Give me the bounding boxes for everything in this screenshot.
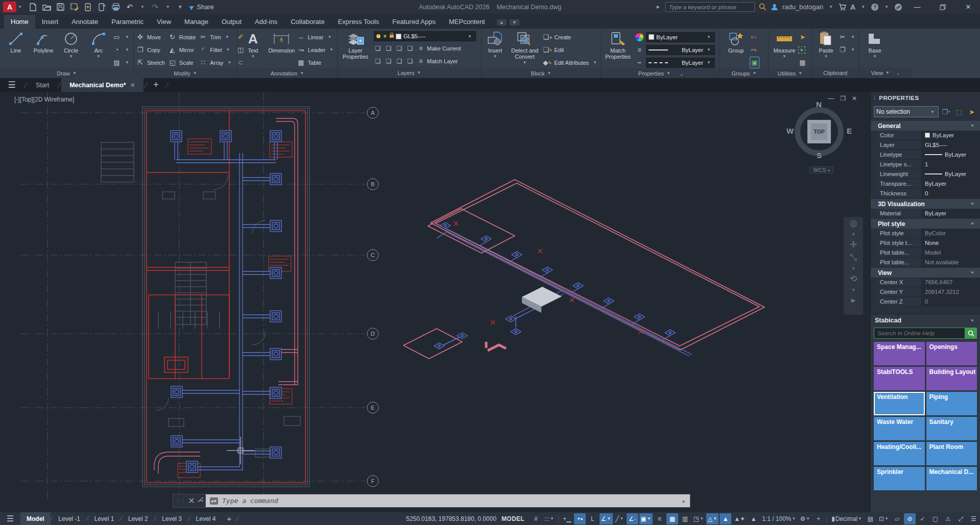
annotation-autoscale-toggle[interactable]: ▲✦	[732, 513, 747, 524]
viewcube-top-face[interactable]: TOP	[807, 120, 831, 143]
graphics-performance-toggle[interactable]: ⊘	[904, 513, 916, 524]
circle-button[interactable]: Circle ▼	[57, 30, 85, 59]
stabicad-button-piping[interactable]: Piping	[926, 392, 977, 415]
property-value[interactable]: 1	[922, 160, 980, 169]
measure-caret-icon[interactable]: ▼	[782, 54, 786, 59]
stabicad-button-building-layout[interactable]: Building Layout	[926, 367, 977, 390]
select-objects-icon[interactable]: ⬚	[954, 107, 964, 117]
user-avatar-icon[interactable]	[771, 3, 778, 11]
section-collapse-icon[interactable]: ▼	[970, 123, 974, 128]
customization-toggle[interactable]: +	[812, 513, 824, 524]
object-snap-toggle[interactable]: ▣▼	[639, 513, 653, 524]
showmotion-icon[interactable]: ▸	[851, 296, 856, 305]
annotation-visibility-toggle[interactable]: ▲	[720, 513, 731, 524]
command-grip-icon[interactable]: ⋮⋮	[175, 498, 186, 504]
property-value[interactable]: 7656.6407	[922, 278, 980, 287]
close-button[interactable]: ✕	[958, 0, 979, 14]
file-tabs-menu-icon[interactable]: ☰	[0, 78, 23, 92]
redo-caret-icon[interactable]: ▼	[166, 5, 170, 9]
property-value[interactable]: ByColor	[922, 229, 980, 238]
undo-button[interactable]: ↶	[125, 3, 134, 12]
ribbon-tab-insert[interactable]: Insert	[35, 15, 65, 29]
hatch-caret-icon[interactable]: ▼	[125, 60, 129, 65]
layout-tab-level-3[interactable]: Level 3	[156, 512, 188, 525]
app-menu-caret-icon[interactable]: ▼	[18, 5, 22, 9]
measure-button[interactable]: Measure ▼	[771, 30, 798, 59]
view-panel-label[interactable]: View▼⌄	[859, 67, 912, 78]
view-panel-expand-icon[interactable]: ⌄	[896, 70, 900, 76]
autodesk-menu-icon[interactable]: A	[850, 3, 855, 11]
clipboard-panel-label[interactable]: Clipboard	[812, 67, 858, 78]
section-collapse-icon[interactable]: ▼	[970, 202, 974, 206]
ribbon-tab-view[interactable]: View	[150, 15, 178, 29]
autodesk-menu-caret-icon[interactable]: ▼	[861, 5, 865, 9]
search-icon[interactable]	[759, 3, 767, 11]
qat-customize-caret-icon[interactable]: ▼	[178, 4, 183, 10]
property-value[interactable]: ByLayer	[922, 169, 980, 179]
clean-screen-toggle[interactable]: ⤢	[955, 513, 967, 524]
stabicad-button-waste-water[interactable]: Waste Water	[874, 417, 925, 440]
viewport-minimize-icon[interactable]: —	[828, 95, 834, 102]
dynamic-input-toggle[interactable]: +▁	[561, 513, 573, 524]
section-header-3d-visualization[interactable]: 3D Visualization▼	[871, 198, 980, 209]
ribbon-tab-parametric[interactable]: Parametric	[105, 15, 150, 29]
property-value[interactable]: GL$5----	[922, 140, 980, 149]
ribbon-tab-express-tools[interactable]: Express Tools	[331, 15, 386, 29]
standards-check-toggle[interactable]: ✓	[917, 513, 928, 524]
linear-button[interactable]: ↔Linear▼	[297, 31, 335, 43]
command-history-icon[interactable]: ▲	[681, 498, 686, 504]
ortho-mode-toggle[interactable]: L	[587, 513, 599, 524]
groups-panel-label[interactable]: Groups▼	[720, 68, 768, 78]
utilities-panel-label[interactable]: Utilities▼	[769, 68, 811, 78]
layer-thaw-all-icon[interactable]: ❏	[385, 58, 393, 65]
user-menu-caret-icon[interactable]: ▼	[829, 5, 833, 9]
section-collapse-icon[interactable]: ▼	[970, 221, 974, 226]
paste-button[interactable]: Paste ▼	[814, 30, 838, 59]
zoom-extents-icon[interactable]: ⤡	[850, 253, 857, 262]
isometric-drafting-toggle[interactable]: ╱▼	[614, 513, 626, 524]
new-tab-button[interactable]: +	[148, 78, 165, 92]
save-button[interactable]	[56, 3, 65, 12]
section-header-general[interactable]: General▼	[871, 120, 980, 131]
line-button[interactable]: Line	[2, 30, 30, 54]
copy-button[interactable]: ❐Copy	[136, 44, 165, 56]
command-input[interactable]: ▸▾ Type a command ▲	[205, 494, 690, 508]
trim-button[interactable]: ✂Trim▼	[199, 31, 233, 43]
layer-off-icon[interactable]: ❏	[374, 45, 382, 52]
minimize-button[interactable]: —	[906, 0, 928, 14]
wcs-menu[interactable]: WCS ▾	[809, 166, 833, 173]
snap-tracking-toggle[interactable]: +▪	[574, 513, 586, 524]
stabicad-button-mechanical-d-[interactable]: Mechanical D...	[926, 467, 977, 490]
layer-freeze-icon[interactable]: ❏	[395, 45, 403, 52]
linetype-combo[interactable]: ByLayer ▼	[646, 58, 715, 68]
viewport-restore-icon[interactable]: ❐	[840, 95, 846, 102]
viewcube-west[interactable]: W	[786, 127, 794, 135]
share-button[interactable]: ➤ Share	[188, 3, 214, 11]
array-button[interactable]: ∷Array▼	[199, 57, 233, 68]
stabicad-search-input[interactable]	[874, 328, 965, 339]
orbit-caret-icon[interactable]: ▾	[852, 287, 855, 292]
circle-caret-icon[interactable]: ▼	[69, 54, 73, 59]
quick-select-icon[interactable]: ➤	[798, 33, 807, 41]
insert-button[interactable]: Insert ▼	[484, 30, 507, 59]
command-prompt-icon[interactable]: ▸▾	[210, 497, 218, 505]
layout-tab-level-1[interactable]: Level -1	[52, 512, 86, 525]
select-similar-icon[interactable]: ➤	[798, 46, 805, 54]
model-space-drawing[interactable]: ABCDEF	[0, 92, 870, 512]
stabicad-button-stabitools[interactable]: StabiTOOLS	[874, 367, 925, 390]
wheel-caret-icon[interactable]: ▾	[852, 232, 855, 237]
search-expand-icon[interactable]: ▶	[657, 5, 660, 9]
detect-convert-button[interactable]: Detect and Convert ▼	[509, 30, 541, 65]
customize-menu-toggle[interactable]: ☰	[968, 513, 979, 524]
section-header-plot-style[interactable]: Plot style▼	[871, 218, 980, 229]
ribbon-tab-manage[interactable]: Manage	[178, 15, 215, 29]
mirror-button[interactable]: ◭Mirror	[168, 44, 196, 56]
command-close-icon[interactable]: ✕	[188, 496, 195, 506]
rectangle-caret-icon[interactable]: ▼	[125, 35, 129, 39]
redo-button[interactable]: ↷	[151, 3, 160, 12]
property-value[interactable]: 209147.3212	[922, 287, 980, 296]
3d-object-snap-toggle[interactable]: ◳▼	[692, 513, 705, 524]
ribbon-minimize-caret-icon[interactable]: ▼	[510, 19, 519, 26]
plot-button[interactable]	[111, 3, 121, 12]
group-button[interactable]: Group	[722, 30, 750, 54]
